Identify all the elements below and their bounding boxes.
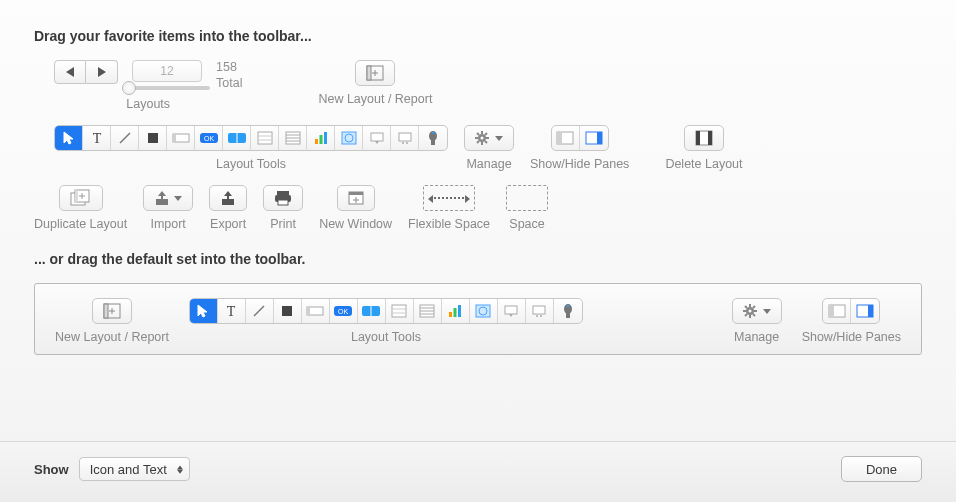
default-show-hide-toolbar[interactable]	[822, 298, 880, 324]
show-hide-panes-label: Show/Hide Panes	[530, 157, 629, 171]
button-tool-icon[interactable]: OK	[195, 126, 223, 150]
popover-tool-icon[interactable]	[498, 299, 526, 323]
new-window-group[interactable]: New Window	[319, 185, 392, 231]
print-button[interactable]	[263, 185, 303, 211]
manage-group[interactable]: Manage	[464, 125, 514, 171]
export-group[interactable]: Export	[209, 185, 247, 231]
space-group[interactable]: Space	[506, 185, 548, 231]
right-pane-icon[interactable]	[851, 299, 879, 323]
flexible-space-group[interactable]: Flexible Space	[408, 185, 490, 231]
svg-rect-11	[173, 134, 176, 142]
text-tool-icon[interactable]: T	[218, 299, 246, 323]
slide-control-tool-icon[interactable]	[526, 299, 554, 323]
right-pane-icon[interactable]	[580, 126, 608, 150]
print-group[interactable]: Print	[263, 185, 303, 231]
new-layout-button[interactable]	[355, 60, 395, 86]
dropdown-caret-icon	[763, 309, 771, 314]
rectangle-tool-icon[interactable]	[274, 299, 302, 323]
layouts-nav[interactable]	[54, 60, 118, 84]
chart-tool-icon[interactable]	[442, 299, 470, 323]
next-layout-button[interactable]	[86, 60, 118, 84]
show-mode-select[interactable]: Icon and Text	[79, 457, 190, 481]
webviewer-tool-icon[interactable]	[470, 299, 498, 323]
layout-tools-group[interactable]: T OK	[54, 125, 448, 171]
pointer-tool-icon[interactable]	[190, 299, 218, 323]
manage-label: Manage	[466, 157, 511, 171]
portal-tool-icon[interactable]	[386, 299, 414, 323]
delete-layout-button[interactable]	[684, 125, 724, 151]
svg-rect-70	[104, 304, 108, 318]
new-layout-group[interactable]: New Layout / Report	[318, 60, 432, 106]
default-set-container[interactable]: New Layout / Report T OK Layout Tools Ma…	[34, 283, 922, 355]
button-tool-icon[interactable]: OK	[330, 299, 358, 323]
new-window-button[interactable]	[337, 185, 375, 211]
layout-slider[interactable]: 12	[124, 60, 210, 90]
default-manage-label: Manage	[734, 330, 779, 344]
svg-rect-52	[708, 131, 712, 145]
default-layout-tools-label: Layout Tools	[351, 330, 421, 344]
default-manage-button[interactable]	[732, 298, 782, 324]
rectangle-tool-icon[interactable]	[139, 126, 167, 150]
duplicate-layout-button[interactable]	[59, 185, 103, 211]
svg-point-31	[402, 142, 404, 144]
import-group[interactable]: Import	[143, 185, 193, 231]
flexible-space-label: Flexible Space	[408, 217, 490, 231]
done-button[interactable]: Done	[841, 456, 922, 482]
svg-rect-49	[597, 132, 602, 144]
svg-point-35	[432, 132, 434, 134]
manage-button[interactable]	[464, 125, 514, 151]
import-button[interactable]	[143, 185, 193, 211]
delete-layout-group[interactable]: Delete Layout	[665, 125, 742, 171]
line-tool-icon[interactable]	[246, 299, 274, 323]
layout-slider-track[interactable]	[124, 86, 210, 90]
format-painter-icon[interactable]	[419, 126, 447, 150]
svg-rect-95	[505, 306, 517, 314]
tab-control-tool-icon[interactable]	[223, 126, 251, 150]
portal-tool-icon[interactable]	[251, 126, 279, 150]
popover-tool-icon[interactable]	[363, 126, 391, 150]
default-layout-tools-group[interactable]: T OK Layout Tools	[189, 298, 583, 344]
part-tool-icon[interactable]	[414, 299, 442, 323]
svg-marker-73	[198, 305, 207, 317]
tab-control-tool-icon[interactable]	[358, 299, 386, 323]
part-tool-icon[interactable]	[279, 126, 307, 150]
layouts-group[interactable]: 12 158 Total Layouts	[54, 60, 242, 111]
text-tool-icon[interactable]: T	[83, 126, 111, 150]
chart-tool-icon[interactable]	[307, 126, 335, 150]
export-button[interactable]	[209, 185, 247, 211]
new-layout-icon	[366, 65, 384, 81]
default-new-layout-button[interactable]	[92, 298, 132, 324]
layout-tools-toolbar[interactable]: T OK	[54, 125, 448, 151]
default-manage-group[interactable]: Manage	[732, 298, 782, 344]
show-hide-panes-toolbar[interactable]	[551, 125, 609, 151]
space-item[interactable]	[506, 185, 548, 211]
svg-rect-83	[392, 305, 406, 317]
svg-rect-58	[156, 199, 168, 205]
field-tool-icon[interactable]	[302, 299, 330, 323]
pointer-tool-icon[interactable]	[55, 126, 83, 150]
format-painter-icon[interactable]	[554, 299, 582, 323]
field-tool-icon[interactable]	[167, 126, 195, 150]
line-tool-icon[interactable]	[111, 126, 139, 150]
layout-slider-thumb[interactable]	[122, 81, 136, 95]
svg-point-99	[540, 315, 542, 317]
svg-rect-114	[829, 305, 834, 317]
dropdown-caret-icon	[495, 136, 503, 141]
svg-rect-25	[324, 132, 327, 144]
left-pane-icon[interactable]	[823, 299, 851, 323]
left-pane-icon[interactable]	[552, 126, 580, 150]
svg-rect-23	[315, 139, 318, 144]
duplicate-layout-group[interactable]: Duplicate Layout	[34, 185, 127, 231]
svg-marker-59	[158, 191, 166, 199]
webviewer-tool-icon[interactable]	[335, 126, 363, 150]
default-show-hide-group[interactable]: Show/Hide Panes	[802, 298, 901, 344]
flexible-space-item[interactable]	[423, 185, 475, 211]
svg-rect-78	[307, 307, 310, 315]
prev-layout-button[interactable]	[54, 60, 86, 84]
gear-icon	[743, 304, 759, 318]
svg-line-43	[485, 141, 487, 143]
default-new-layout-group[interactable]: New Layout / Report	[55, 298, 169, 344]
slide-control-tool-icon[interactable]	[391, 126, 419, 150]
show-hide-panes-group[interactable]: Show/Hide Panes	[530, 125, 629, 171]
default-layout-tools-toolbar[interactable]: T OK	[189, 298, 583, 324]
